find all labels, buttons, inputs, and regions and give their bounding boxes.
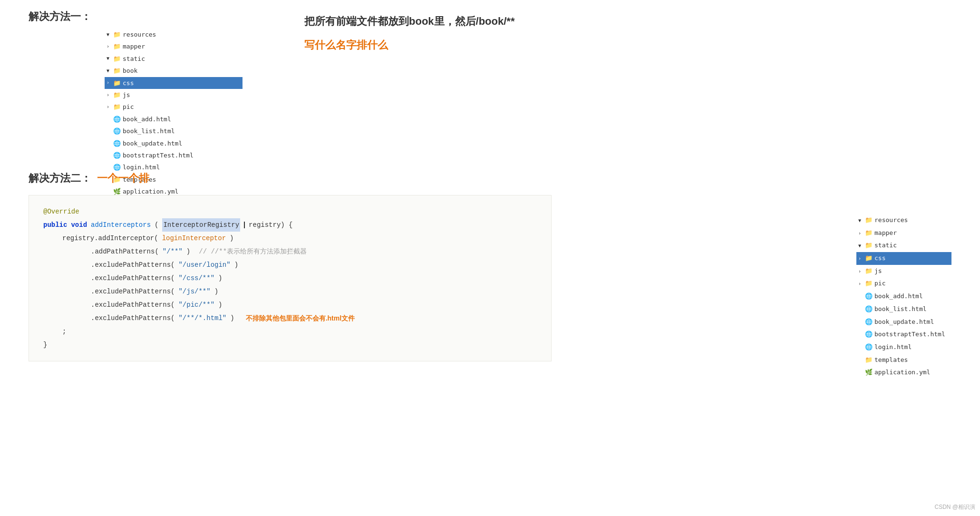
chevron-icon: › <box>856 279 863 288</box>
tree1-book-add-label: book_add.html <box>123 114 171 125</box>
folder-icon: 📁 <box>113 101 121 112</box>
code-line-method-sig: public void addInterceptors(InterceptorR… <box>43 218 537 232</box>
code-block: @Override public void addInterceptors(In… <box>29 195 552 361</box>
code-method-name: addInterceptors <box>91 218 151 232</box>
code-string-html: "/**/*.html" <box>178 312 226 325</box>
tree2-static[interactable]: ▼ 📁 static <box>856 239 951 252</box>
chevron-icon: › <box>856 229 863 238</box>
code-param-rest: registry) { <box>249 218 292 232</box>
code-close-brace: } <box>43 338 47 351</box>
tree2-templates[interactable]: 📁 templates <box>856 354 951 367</box>
code-param-type: InterceptorRegistry <box>162 218 240 232</box>
tree2-js-label: js <box>874 265 882 277</box>
code-string-pic: "/pic/**" <box>178 298 214 312</box>
code-semicolon: ; <box>62 325 66 338</box>
section2-highlight: 一个一个排 <box>97 171 149 185</box>
code-html-comment: 不排除其他包里面会不会有.html文件 <box>246 312 355 325</box>
code-keyword-public: public <box>43 218 67 232</box>
tree1-static[interactable]: ▼ 📁 static <box>105 53 243 65</box>
tree2-static-label: static <box>874 240 897 252</box>
folder-icon: 📁 <box>865 227 873 239</box>
tree1-pic-label: pic <box>123 101 134 112</box>
code-line-semicolon: ; <box>43 325 537 338</box>
code-cursor <box>244 222 245 228</box>
code-close-pic: ) <box>218 298 222 312</box>
tree1-book-update[interactable]: 🌐 book_update.html <box>105 137 243 149</box>
code-string-login: "/user/login" <box>178 258 230 272</box>
html-file-icon: 🌐 <box>865 303 873 315</box>
folder-icon: 📁 <box>113 53 121 64</box>
tree2-book-list-label: book_list.html <box>874 303 927 315</box>
code-exclude-html: .excludePathPatterns( <box>91 312 175 325</box>
code-annotation: @Override <box>43 205 79 218</box>
tree1-book[interactable]: ▼ 📁 book <box>105 65 243 77</box>
tree1-mapper-label: mapper <box>123 41 145 52</box>
tree1-book-label: book <box>123 65 137 76</box>
code-comment-all: // //**表示给所有方法添加拦截器 <box>199 245 307 258</box>
code-string-js: "/js/**" <box>178 285 210 298</box>
folder-icon: 📁 <box>865 214 873 226</box>
tree2-bootstrap-test[interactable]: 🌐 bootstraptTest.html <box>856 328 951 341</box>
tree2-resources[interactable]: ▼ 📁 resources <box>856 214 951 227</box>
folder-icon: 📁 <box>865 278 873 290</box>
code-line-add-path: .addPathPatterns("/**") // //**表示给所有方法添加… <box>43 245 537 258</box>
tree1-css[interactable]: › 📁 css <box>105 77 243 89</box>
tree1-book-add[interactable]: 🌐 book_add.html <box>105 113 243 125</box>
tree1-js-label: js <box>123 89 130 100</box>
tree1-js[interactable]: › 📁 js <box>105 89 243 101</box>
code-exclude-js: .excludePathPatterns( <box>91 285 175 298</box>
tree2-templates-label: templates <box>874 354 908 366</box>
tree2-bootstrap-label: bootstraptTest.html <box>874 329 945 341</box>
folder-icon: 📁 <box>113 29 121 40</box>
tree2-book-update[interactable]: 🌐 book_update.html <box>856 316 951 329</box>
code-line-exclude-html: .excludePathPatterns("/**/*.html") 不排除其他… <box>43 312 537 325</box>
folder-icon: 📁 <box>865 240 873 252</box>
chevron-icon: ▼ <box>856 216 863 225</box>
tree2-book-add-label: book_add.html <box>874 291 923 302</box>
tree2-yml-label: application.yml <box>874 367 930 379</box>
tree2-book-list[interactable]: 🌐 book_list.html <box>856 303 951 316</box>
tree1-book-list[interactable]: 🌐 book_list.html <box>105 125 243 137</box>
html-file-icon: 🌐 <box>113 126 121 136</box>
code-keyword-void: void <box>71 218 87 232</box>
code-close-js: ) <box>214 285 218 298</box>
code-close-css: ) <box>218 272 222 285</box>
tree2-css[interactable]: › 📁 css <box>856 252 951 265</box>
tree2-resources-label: resources <box>874 214 908 226</box>
yml-file-icon: 🌿 <box>865 367 873 379</box>
tree2-login-label: login.html <box>874 341 912 353</box>
tree2-js[interactable]: › 📁 js <box>856 265 951 278</box>
tree2-book-add[interactable]: 🌐 book_add.html <box>856 290 951 303</box>
tree1-resources-label: resources <box>123 29 156 40</box>
section2-container: 解决方法二： 一个一个排 @Override public void addIn… <box>29 171 552 361</box>
tree1-resources[interactable]: ▼ 📁 resources <box>105 29 243 40</box>
html-file-icon: 🌐 <box>113 150 121 161</box>
main-desc-text: 把所有前端文件都放到book里，然后/book/** <box>304 14 514 29</box>
chevron-expand-icon: › <box>105 103 111 111</box>
tree2-mapper[interactable]: › 📁 mapper <box>856 227 951 240</box>
tree1-css-label: css <box>123 78 134 88</box>
code-string-css: "/css/**" <box>178 272 214 285</box>
folder-icon: 📁 <box>113 89 121 100</box>
code-login-interceptor: loginInterceptor <box>162 232 226 245</box>
folder-icon: 📁 <box>113 65 121 76</box>
tree1-mapper[interactable]: › 📁 mapper <box>105 40 243 52</box>
tree2-book-update-label: book_update.html <box>874 316 934 328</box>
folder-icon: 📁 <box>113 78 121 88</box>
tree2-pic-label: pic <box>874 278 885 290</box>
tree1-bootstrap-test-label: bootstraptTest.html <box>123 150 194 161</box>
code-exclude-login: .excludePathPatterns( <box>91 258 175 272</box>
code-close-login: ) <box>234 258 238 272</box>
tree1-book-list-label: book_list.html <box>123 126 175 136</box>
code-paren-open: ( <box>155 218 158 232</box>
section2-title-label: 解决方法二： <box>29 171 91 185</box>
code-close-add: ) <box>186 245 190 258</box>
chevron-collapse-icon: ▼ <box>105 67 111 75</box>
tree2-login[interactable]: 🌐 login.html <box>856 341 951 354</box>
tree2-pic[interactable]: › 📁 pic <box>856 277 951 290</box>
tree1-bootstrap-test[interactable]: 🌐 bootstraptTest.html <box>105 149 243 161</box>
chevron-expand-icon: › <box>105 78 111 87</box>
right-description-area: 把所有前端文件都放到book里，然后/book/** 写什么名字排什么 <box>304 14 514 52</box>
tree1-pic[interactable]: › 📁 pic <box>105 101 243 113</box>
tree2-application-yml[interactable]: 🌿 application.yml <box>856 366 951 379</box>
